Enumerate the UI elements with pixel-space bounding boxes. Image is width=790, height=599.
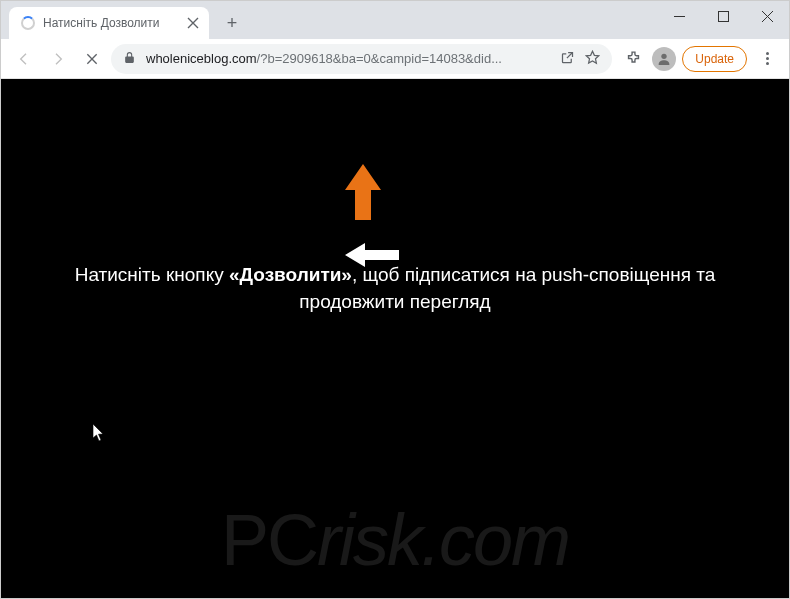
tab-title: Натисніть Дозволити (43, 16, 160, 30)
msg-post: , щоб підписатися на push-сповіщення та (352, 264, 715, 285)
toolbar-right: Update (616, 46, 781, 72)
page-content: Натисніть кнопку «Дозволити», щоб підпис… (1, 79, 789, 599)
msg-pre: Натисніть кнопку (75, 264, 229, 285)
close-tab-button[interactable] (187, 17, 199, 29)
share-icon[interactable] (560, 50, 575, 68)
watermark-pc: PC (221, 500, 317, 580)
msg-line2: продовжити перегляд (299, 291, 490, 312)
address-bar[interactable]: wholeniceblog.com/?b=2909618&ba=0&campid… (111, 44, 612, 74)
watermark-text: PCrisk.com (221, 499, 569, 581)
forward-button[interactable] (43, 44, 73, 74)
msg-bold: «Дозволити» (229, 264, 352, 285)
close-window-button[interactable] (745, 1, 789, 31)
back-button[interactable] (9, 44, 39, 74)
window-controls (657, 1, 789, 31)
new-tab-button[interactable]: + (219, 10, 245, 36)
url-host: wholeniceblog.com (146, 51, 257, 66)
menu-button[interactable] (753, 52, 781, 65)
update-button[interactable]: Update (682, 46, 747, 72)
push-prompt-message: Натисніть кнопку «Дозволити», щоб підпис… (75, 262, 716, 315)
watermark-rest: risk.com (317, 500, 569, 580)
extensions-icon[interactable] (620, 46, 646, 72)
mouse-cursor-icon (92, 424, 106, 446)
url-path: /?b=2909618&ba=0&campid=14083&did... (257, 51, 502, 66)
lock-icon (123, 51, 136, 67)
svg-point-1 (662, 53, 667, 58)
window-titlebar: Натисніть Дозволити + (1, 1, 789, 39)
profile-avatar[interactable] (652, 47, 676, 71)
browser-tab[interactable]: Натисніть Дозволити (9, 7, 209, 39)
star-icon[interactable] (585, 50, 600, 68)
browser-toolbar: wholeniceblog.com/?b=2909618&ba=0&campid… (1, 39, 789, 79)
minimize-button[interactable] (657, 1, 701, 31)
maximize-button[interactable] (701, 1, 745, 31)
svg-rect-0 (718, 11, 728, 21)
loading-spinner-icon (21, 16, 35, 30)
stop-reload-button[interactable] (77, 44, 107, 74)
url-text: wholeniceblog.com/?b=2909618&ba=0&campid… (146, 51, 550, 66)
